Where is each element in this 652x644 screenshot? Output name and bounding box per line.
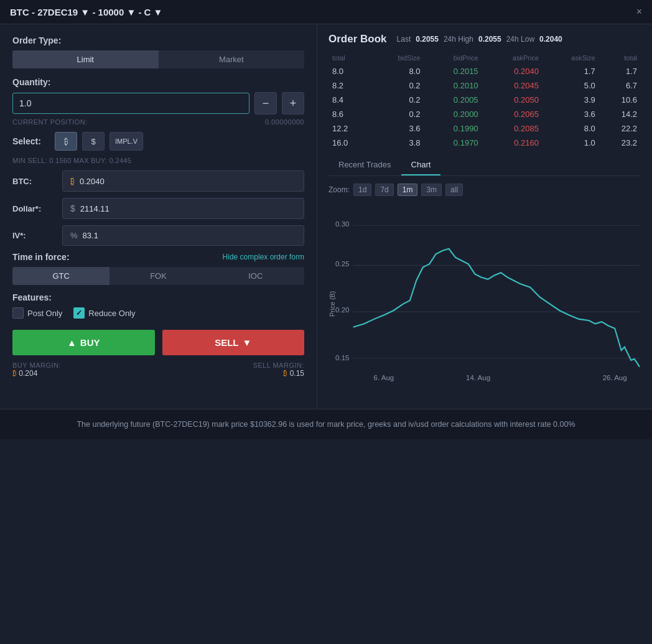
total-ask-cell: 1.7 [599, 64, 641, 78]
hide-complex-link[interactable]: Hide complex order form [223, 253, 304, 261]
select-btc-button[interactable]: ₿ [55, 132, 77, 151]
y-label-030: 0.30 [335, 219, 349, 227]
dollar-price-box: $ 2114.11 [62, 198, 304, 219]
dollar-price-row: Dollar*: $ 2114.11 [12, 198, 304, 219]
reduce-only-checkbox[interactable]: ✓ [73, 307, 85, 319]
order-book-table: total bidSize bidPrice askPrice askSize … [328, 52, 641, 150]
select-implv-button[interactable]: IMPL.V [109, 132, 143, 151]
order-book-header: Order Book Last 0.2055 24h High 0.2055 2… [328, 33, 641, 45]
buy-arrow-icon: ▲ [67, 337, 77, 348]
buy-label: BUY [80, 337, 100, 348]
post-only-checkbox[interactable] [12, 307, 24, 319]
iv-label: IV*: [12, 231, 62, 240]
bid-price-cell: 0.2010 [424, 78, 482, 93]
ask-price-cell: 0.2050 [482, 93, 543, 107]
total-bid-cell: 8.4 [328, 93, 370, 107]
y-label-025: 0.25 [335, 259, 349, 267]
iv-price-box: % 83.1 [62, 225, 304, 246]
close-button[interactable]: × [636, 6, 642, 17]
right-panel: Order Book Last 0.2055 24h High 0.2055 2… [317, 24, 652, 409]
btc-symbol-buy: ₿ [12, 369, 17, 378]
tif-ioc-button[interactable]: IOC [207, 267, 304, 285]
quantity-decrement-button[interactable]: − [254, 92, 277, 114]
tif-gtc-button[interactable]: GTC [12, 267, 109, 285]
select-usd-button[interactable]: $ [82, 132, 105, 151]
ask-price-cell: 0.2045 [482, 78, 543, 93]
ask-size-cell: 8.0 [543, 121, 599, 136]
zoom-row: Zoom: 1d 7d 1m 3m all [328, 184, 641, 196]
footer-bar: The underlying future (BTC-27DEC19) mark… [0, 409, 652, 439]
checkmark-icon: ✓ [76, 309, 82, 317]
reduce-only-item[interactable]: ✓ Reduce Only [73, 307, 135, 319]
recent-trades-tab[interactable]: Recent Trades [328, 155, 401, 175]
quantity-label: Quantity: [12, 77, 304, 87]
total-ask-cell: 10.6 [599, 93, 641, 107]
dollar-icon: $ [70, 203, 75, 213]
sell-button[interactable]: SELL ▼ [162, 330, 305, 355]
bid-price-cell: 0.1990 [424, 121, 482, 136]
min-max-row: MIN SELL: 0.1560 MAX BUY: 0.2445 [12, 157, 304, 164]
title-bar: BTC - 27DEC19 ▼ - 10000 ▼ - C ▼ × [0, 0, 652, 24]
zoom-label: Zoom: [328, 185, 350, 194]
high-value: 0.2055 [478, 35, 501, 44]
quantity-row: − + [12, 92, 304, 114]
bid-size-cell: 8.0 [370, 64, 424, 78]
dollar-label: Dollar*: [12, 204, 62, 213]
table-row: 16.0 3.8 0.1970 0.2160 1.0 23.2 [328, 136, 641, 150]
order-book-title: Order Book [328, 33, 387, 45]
sell-margin-amount: 0.15 [290, 369, 304, 378]
tif-fok-button[interactable]: FOK [109, 267, 207, 285]
buy-margin-value: ₿ 0.204 [12, 369, 61, 378]
total-ask-cell: 6.7 [599, 78, 641, 93]
post-only-label: Post Only [27, 309, 62, 318]
time-in-force-row: Time in force: Hide complex order form [12, 252, 304, 262]
market-tab[interactable]: Market [159, 50, 305, 68]
zoom-7d-button[interactable]: 7d [375, 184, 393, 196]
total-bid-cell: 16.0 [328, 136, 370, 150]
ask-price-cell: 0.2065 [482, 107, 543, 121]
total-ask-cell: 14.2 [599, 107, 641, 121]
zoom-3m-button[interactable]: 3m [421, 184, 442, 196]
dollar-price-value: 2114.11 [80, 204, 109, 213]
quantity-input[interactable] [12, 93, 249, 114]
col-bid-price: bidPrice [424, 52, 482, 64]
buy-button[interactable]: ▲ BUY [12, 330, 155, 355]
btc-icon: ₿ [70, 176, 75, 186]
buy-margin-label: BUY MARGIN: [12, 362, 61, 369]
select-label: Select: [12, 136, 50, 146]
bid-price-cell: 0.1970 [424, 136, 482, 150]
ob-stats: Last 0.2055 24h High 0.2055 24h Low 0.20… [397, 35, 562, 44]
order-type-label: Order Type: [12, 35, 304, 45]
y-axis-title: Price (B) [329, 291, 337, 317]
current-position-label: CURRENT POSITION: [12, 118, 88, 126]
sell-arrow-icon: ▼ [242, 337, 251, 348]
buy-sell-row: ▲ BUY SELL ▼ [12, 330, 304, 355]
chart-tab[interactable]: Chart [401, 155, 441, 175]
time-in-force-label: Time in force: [12, 252, 70, 262]
col-total-ask: total [599, 52, 641, 64]
ask-size-cell: 3.6 [543, 107, 599, 121]
zoom-all-button[interactable]: all [445, 184, 463, 196]
post-only-item[interactable]: Post Only [12, 307, 62, 319]
window-title: BTC - 27DEC19 ▼ - 10000 ▼ - C ▼ [10, 7, 162, 17]
iv-price-row: IV*: % 83.1 [12, 225, 304, 246]
ask-price-cell: 0.2160 [482, 136, 543, 150]
sell-margin-value: ₿ 0.15 [253, 369, 304, 378]
col-ask-price: askPrice [482, 52, 543, 64]
ask-size-cell: 5.0 [543, 78, 599, 93]
select-row: Select: ₿ $ IMPL.V [12, 132, 304, 151]
btc-price-row: BTC: ₿ 0.2040 [12, 170, 304, 192]
limit-tab[interactable]: Limit [12, 50, 159, 68]
y-label-015: 0.15 [335, 353, 349, 362]
quantity-increment-button[interactable]: + [282, 92, 304, 114]
ask-size-cell: 3.9 [543, 93, 599, 107]
low-value: 0.2040 [539, 35, 562, 44]
zoom-1d-button[interactable]: 1d [353, 184, 371, 196]
btc-symbol-sell: ₿ [283, 369, 287, 378]
features-row: Post Only ✓ Reduce Only [12, 307, 304, 319]
table-row: 8.0 8.0 0.2015 0.2040 1.7 1.7 [328, 64, 641, 78]
margin-row: BUY MARGIN: ₿ 0.204 SELL MARGIN: ₿ 0.15 [12, 362, 304, 378]
zoom-1m-button[interactable]: 1m [398, 184, 418, 196]
order-type-toggle: Limit Market [12, 50, 304, 68]
bid-size-cell: 3.8 [370, 136, 424, 150]
